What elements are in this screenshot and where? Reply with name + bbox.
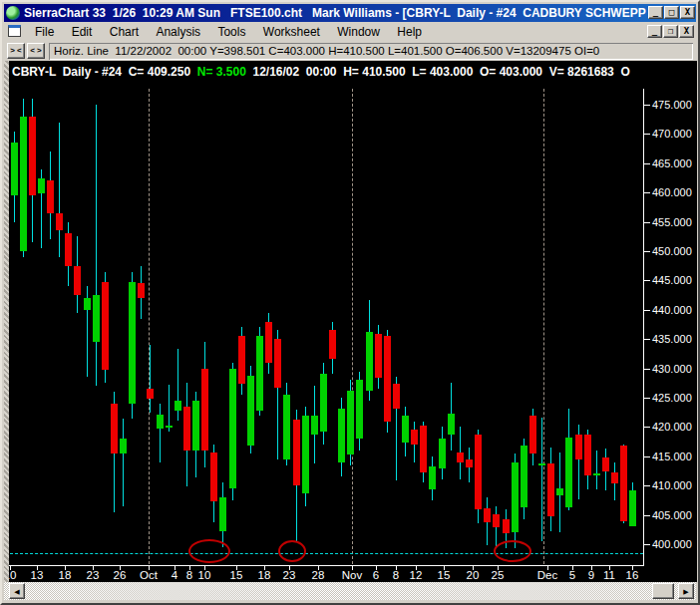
horizontal-line-study[interactable] — [10, 553, 643, 554]
month-gridline-oct — [149, 89, 150, 564]
menu-item-edit[interactable]: Edit — [65, 22, 100, 42]
menu-item-window[interactable]: Window — [330, 22, 387, 42]
menu-item-worksheet[interactable]: Worksheet — [256, 22, 327, 42]
candle-44-body — [411, 430, 418, 445]
scroll-right-tool-button[interactable]: < > — [27, 43, 45, 59]
candle-33-body — [311, 416, 318, 435]
candle-68-body — [629, 490, 636, 527]
candle-21-body — [201, 369, 208, 451]
x-tick-label: 5 — [569, 569, 575, 582]
tool-values-status-field: Horiz. Line 11/22/2002 00:00 Y=398.501 C… — [49, 43, 693, 60]
candle-17-wick — [169, 385, 170, 432]
candlestick-chart[interactable]: CBRY-L Daily - #24 C= 409.250 N= 3.500 1… — [9, 61, 697, 582]
candle-36-body — [338, 409, 345, 462]
y-tick-label: 445.000 — [652, 274, 696, 286]
candle-50-body — [466, 459, 473, 468]
scroll-left-tool-button[interactable]: > < — [7, 43, 25, 59]
menu-item-chart[interactable]: Chart — [103, 22, 146, 42]
scrollbar-thumb[interactable] — [652, 583, 674, 599]
candle-16-body — [157, 415, 164, 429]
candle-35-body — [329, 330, 336, 358]
child-minimize-button[interactable]: _ — [647, 25, 662, 38]
annotation-ellipse-3[interactable] — [494, 540, 531, 562]
menu-item-help[interactable]: Help — [390, 22, 429, 42]
candle-29-body — [274, 339, 281, 388]
y-tick — [644, 427, 650, 428]
child-close-button[interactable]: X — [679, 25, 694, 38]
y-tick-label: 405.000 — [652, 509, 696, 521]
candle-62-body — [575, 435, 582, 459]
horizontal-scrollbar[interactable]: ◀ ▶ — [4, 582, 696, 600]
x-tick-label: 26 — [114, 569, 127, 582]
y-tick — [644, 222, 650, 223]
x-tick-label: 28 — [312, 569, 325, 582]
candle-19-body — [183, 407, 190, 451]
y-tick — [644, 192, 650, 193]
candle-64-body — [593, 473, 600, 475]
candle-34-body — [320, 374, 327, 432]
y-tick-label: 455.000 — [652, 216, 696, 228]
annotation-ellipse-2[interactable] — [278, 540, 306, 562]
x-tick-label: 4 — [172, 569, 177, 582]
candle-4-body — [47, 180, 54, 212]
candle-8-body — [84, 298, 91, 310]
candle-26-body — [247, 376, 254, 447]
y-tick — [644, 310, 650, 311]
candle-61-body — [565, 438, 572, 507]
candle-5-wick — [59, 123, 60, 257]
candle-12-body — [120, 439, 127, 454]
window-title: SierraChart 33 1/26 10:29 AM Sun FTSE100… — [24, 4, 646, 22]
candle-3-body — [38, 178, 45, 194]
candle-23-body — [219, 497, 226, 531]
y-tick — [644, 515, 650, 516]
menu-item-file[interactable]: File — [28, 22, 61, 42]
y-tick — [644, 485, 650, 486]
y-tick-label: 475.000 — [652, 99, 696, 111]
close-button[interactable]: X — [680, 6, 695, 19]
y-tick-label: 410.000 — [652, 479, 696, 491]
scrollbar-right-arrow-icon[interactable]: ▶ — [678, 583, 694, 599]
y-tick — [644, 251, 650, 252]
x-tick-label: 12 — [410, 569, 423, 582]
candle-0-body — [11, 143, 18, 195]
candle-9-wick — [96, 105, 97, 386]
y-tick-label: 400.000 — [652, 538, 696, 550]
x-tick-label: 18 — [258, 569, 271, 582]
y-tick — [644, 134, 650, 135]
y-tick-label: 470.000 — [652, 128, 696, 140]
x-tick-label: Dec — [537, 569, 557, 582]
y-tick-label: 460.000 — [652, 186, 696, 198]
month-gridline-nov — [352, 89, 353, 564]
annotation-ellipse-1[interactable] — [188, 539, 230, 563]
candle-58-wick — [541, 418, 542, 541]
candle-56-body — [521, 446, 527, 507]
y-tick-label: 430.000 — [652, 363, 696, 375]
x-tick-label: 6 — [373, 569, 379, 582]
menu-item-analysis[interactable]: Analysis — [149, 22, 207, 42]
child-restore-button[interactable]: ❐ — [663, 25, 678, 38]
candle-47-body — [439, 439, 446, 467]
candle-53-body — [493, 514, 500, 527]
y-tick-label: 440.000 — [652, 304, 696, 316]
candle-18-body — [175, 401, 181, 411]
y-tick — [644, 544, 650, 545]
candle-39-body — [366, 332, 373, 391]
y-tick — [644, 105, 650, 106]
x-tick-label: 25 — [492, 569, 505, 582]
x-tick-label: 23 — [283, 569, 296, 582]
candle-51-body — [475, 435, 482, 509]
candle-13-body — [129, 282, 136, 405]
x-tick-label: Oct — [140, 569, 158, 582]
scrollbar-left-arrow-icon[interactable]: ◀ — [9, 583, 25, 599]
candle-28-body — [265, 322, 272, 363]
mdi-child-icon[interactable] — [8, 25, 21, 37]
y-tick — [644, 163, 650, 164]
menu-item-tools[interactable]: Tools — [210, 22, 252, 42]
title-bar[interactable]: SierraChart 33 1/26 10:29 AM Sun FTSE100… — [4, 4, 696, 22]
chart-net-change: N= 3.500 — [190, 65, 252, 79]
x-tick-label: 10 — [198, 569, 211, 582]
minimize-button[interactable]: _ — [648, 6, 663, 19]
x-tick-label: 18 — [59, 569, 72, 582]
y-tick — [644, 339, 650, 340]
maximize-button[interactable]: □ — [664, 6, 679, 19]
